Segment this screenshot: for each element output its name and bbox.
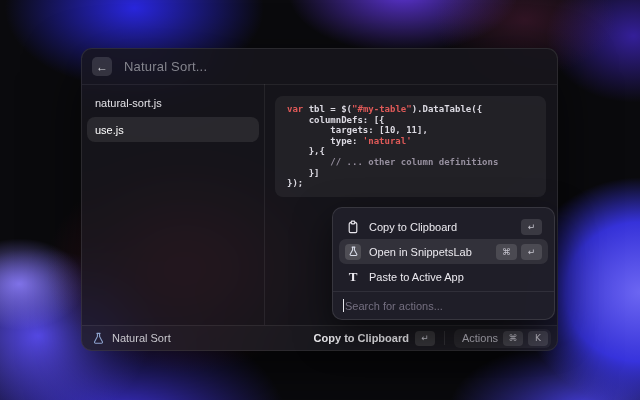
action-label: Open in SnippetsLab [369, 246, 488, 258]
action-label: Paste to Active App [369, 271, 542, 283]
window-header: ← Natural Sort... [82, 49, 557, 85]
actions-button[interactable]: Actions ⌘ K [454, 329, 551, 348]
actions-list: Copy to Clipboard ↵ Open in SnippetsLab … [333, 208, 554, 295]
action-keys: ⌘ ↵ [496, 244, 542, 260]
actions-label: Actions [462, 332, 498, 344]
code-line: targets: [10, 11], [287, 125, 534, 136]
cmd-key-badge: ⌘ [503, 331, 523, 346]
snippetslab-icon [345, 244, 361, 260]
return-key-badge: ↵ [415, 331, 435, 346]
code-line: var tbl = $("#my-table").DataTable({ [287, 104, 534, 115]
code-line: },{ [287, 146, 534, 157]
code-line: }); [287, 178, 534, 189]
code-block: var tbl = $("#my-table").DataTable({ col… [275, 96, 546, 197]
action-label: Copy to Clipboard [369, 221, 513, 233]
statusbar-right: Copy to Clipboard ↵ Actions ⌘ K [314, 329, 551, 348]
back-arrow-icon: ← [96, 60, 108, 74]
status-bar: Natural Sort Copy to Clipboard ↵ Actions… [82, 325, 557, 350]
text-caret [343, 299, 344, 312]
actions-panel: Copy to Clipboard ↵ Open in SnippetsLab … [332, 207, 555, 320]
statusbar-left: Natural Sort [92, 332, 314, 345]
flask-icon [92, 332, 105, 345]
code-line: type: 'natural' [287, 136, 534, 147]
list-item-use-js[interactable]: use.js [87, 117, 259, 142]
code-line: }] [287, 168, 534, 179]
window-title: Natural Sort... [124, 59, 207, 74]
snippet-list: natural-sort.js use.js [82, 84, 264, 325]
search-placeholder: Search for actions... [345, 300, 443, 312]
clipboard-icon [345, 219, 361, 235]
action-paste-to-active-app[interactable]: T Paste to Active App [339, 264, 548, 289]
statusbar-app-name: Natural Sort [112, 332, 171, 344]
return-key-badge: ↵ [521, 219, 542, 235]
text-icon: T [345, 269, 361, 285]
list-item-natural-sort-js[interactable]: natural-sort.js [87, 90, 259, 115]
action-open-in-snippetslab[interactable]: Open in SnippetsLab ⌘ ↵ [339, 239, 548, 264]
action-copy-to-clipboard[interactable]: Copy to Clipboard ↵ [339, 214, 548, 239]
k-key-badge: K [528, 331, 548, 346]
desktop-wallpaper: ← Natural Sort... natural-sort.js use.js… [0, 0, 640, 400]
list-item-label: natural-sort.js [95, 97, 162, 109]
code-line: columnDefs: [{ [287, 115, 534, 126]
back-button[interactable]: ← [92, 57, 112, 76]
action-keys: ↵ [521, 219, 542, 235]
statusbar-divider [444, 331, 445, 345]
primary-action-button[interactable]: Copy to Clipboard [314, 332, 409, 344]
return-key-badge: ↵ [521, 244, 542, 260]
cmd-key-badge: ⌘ [496, 244, 517, 260]
code-line: // ... other column definitions [287, 157, 534, 168]
list-item-label: use.js [95, 124, 124, 136]
actions-search-input[interactable]: Search for actions... [333, 291, 554, 319]
